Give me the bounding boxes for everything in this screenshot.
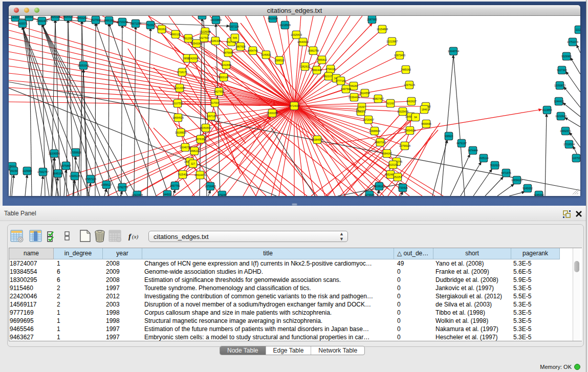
svg-text:7955812: 7955812 — [317, 58, 327, 61]
svg-text:12353594: 12353594 — [200, 126, 211, 129]
svg-text:6479197: 6479197 — [456, 142, 467, 145]
svg-text:62160: 62160 — [387, 102, 394, 105]
svg-text:(x): (x) — [132, 233, 139, 240]
svg-text:6466160: 6466160 — [104, 19, 114, 22]
svg-text:15751074: 15751074 — [567, 40, 578, 43]
svg-text:16671355: 16671355 — [130, 22, 141, 25]
svg-text:546: 546 — [233, 36, 237, 39]
svg-text:20206556: 20206556 — [49, 152, 60, 155]
svg-text:18640910: 18640910 — [297, 40, 309, 43]
svg-text:3875685: 3875685 — [223, 51, 233, 54]
svg-text:3624554: 3624554 — [360, 92, 370, 95]
svg-text:39159: 39159 — [10, 169, 17, 172]
svg-text:16648764: 16648764 — [448, 50, 459, 53]
svg-text:3975867: 3975867 — [61, 164, 71, 167]
svg-text:2935114: 2935114 — [478, 157, 488, 160]
svg-text:3267130: 3267130 — [206, 115, 216, 118]
svg-text:1733426: 1733426 — [398, 186, 408, 189]
svg-text:8878352: 8878352 — [195, 138, 206, 141]
svg-text:7485063: 7485063 — [401, 68, 411, 71]
svg-text:15226058: 15226058 — [200, 30, 211, 33]
svg-text:15397: 15397 — [358, 105, 365, 108]
svg-text:8990448: 8990448 — [312, 69, 322, 72]
svg-text:10046755: 10046755 — [180, 146, 191, 149]
svg-text:18724007: 18724007 — [289, 104, 300, 107]
svg-text:9227343: 9227343 — [557, 69, 567, 72]
svg-text:116753: 116753 — [572, 157, 580, 160]
svg-text:16107553: 16107553 — [172, 102, 183, 105]
svg-text:12975115: 12975115 — [404, 83, 415, 86]
svg-text:7357224: 7357224 — [229, 25, 239, 28]
svg-text:8186328: 8186328 — [210, 39, 221, 42]
svg-text:12093873: 12093873 — [554, 84, 565, 87]
svg-text:9146821: 9146821 — [261, 53, 271, 56]
svg-text:6794028: 6794028 — [325, 68, 336, 71]
svg-text:10654112: 10654112 — [511, 179, 522, 182]
svg-text:19692971: 19692971 — [560, 129, 571, 133]
svg-text:8660128: 8660128 — [170, 33, 181, 36]
svg-text:12923408: 12923408 — [132, 193, 143, 196]
svg-text:20553: 20553 — [26, 16, 33, 18]
svg-text:9777169: 9777169 — [336, 79, 346, 82]
svg-text:1615152: 1615152 — [388, 163, 398, 166]
svg-text:9474444: 9474444 — [468, 149, 478, 152]
svg-text:17359928: 17359928 — [70, 151, 81, 154]
svg-text:17957225: 17957225 — [85, 178, 96, 181]
svg-text:16033809: 16033809 — [210, 18, 222, 21]
svg-text:9113853: 9113853 — [542, 108, 552, 112]
svg-text:9699695: 9699695 — [421, 122, 431, 125]
svg-text:9327500: 9327500 — [199, 36, 209, 39]
svg-text:317004: 317004 — [211, 101, 220, 104]
svg-text:1588520: 1588520 — [274, 59, 285, 62]
svg-text:979245: 979245 — [218, 193, 227, 196]
svg-text:1115689: 1115689 — [23, 169, 32, 172]
svg-text:9605527: 9605527 — [63, 16, 73, 18]
svg-text:18807249: 18807249 — [375, 141, 386, 144]
svg-text:9463627: 9463627 — [406, 100, 417, 103]
svg-text:9084067: 9084067 — [382, 152, 392, 155]
svg-text:20691406: 20691406 — [36, 19, 48, 23]
svg-text:327: 327 — [191, 162, 195, 165]
svg-text:15716485: 15716485 — [205, 185, 216, 188]
svg-text:140557: 140557 — [11, 16, 20, 19]
svg-text:19654925: 19654925 — [172, 116, 184, 119]
svg-text:2087682: 2087682 — [367, 18, 377, 21]
svg-text:8471676: 8471676 — [501, 171, 511, 174]
svg-text:10688609: 10688609 — [369, 129, 380, 133]
svg-text:2867608: 2867608 — [235, 45, 246, 48]
svg-text:3498222: 3498222 — [189, 149, 200, 152]
svg-text:7625402: 7625402 — [178, 173, 188, 176]
svg-text:12213369: 12213369 — [174, 86, 185, 90]
svg-text:944502: 944502 — [163, 193, 172, 196]
svg-text:19654923: 19654923 — [404, 129, 416, 132]
svg-text:6497568: 6497568 — [341, 87, 351, 91]
svg-text:13325419: 13325419 — [291, 33, 302, 36]
svg-text:8454749: 8454749 — [248, 49, 258, 52]
svg-text:9245092: 9245092 — [534, 193, 544, 196]
svg-text:14196141: 14196141 — [374, 185, 385, 188]
svg-text:25300295: 25300295 — [267, 112, 278, 115]
svg-text:10973493: 10973493 — [394, 54, 405, 57]
svg-text:f: f — [128, 232, 132, 240]
svg-text:10543362: 10543362 — [191, 42, 202, 45]
svg-text:7632621: 7632621 — [490, 164, 500, 167]
svg-text:2718176: 2718176 — [177, 71, 187, 74]
svg-text:1405571: 1405571 — [17, 22, 28, 25]
svg-text:9329966: 9329966 — [561, 55, 572, 58]
svg-text:19218506: 19218506 — [279, 24, 291, 27]
svg-text:19106829: 19106829 — [175, 131, 186, 134]
svg-text:8813054: 8813054 — [268, 17, 278, 20]
svg-text:26053346: 26053346 — [78, 64, 89, 67]
svg-text:252254: 252254 — [394, 176, 402, 179]
svg-text:12213967: 12213967 — [386, 40, 398, 43]
svg-text:1605328: 1605328 — [50, 16, 60, 18]
svg-text:16961758: 16961758 — [308, 49, 319, 52]
svg-text:19384554: 19384554 — [312, 138, 323, 141]
svg-text:10025438: 10025438 — [397, 110, 408, 113]
svg-text:1527602: 1527602 — [91, 18, 101, 21]
svg-text:1362615: 1362615 — [300, 65, 310, 68]
svg-text:15720407: 15720407 — [363, 118, 374, 121]
svg-text:11123: 11123 — [575, 28, 580, 31]
svg-text:1273645: 1273645 — [364, 193, 375, 196]
svg-text:938923: 938923 — [445, 135, 453, 138]
